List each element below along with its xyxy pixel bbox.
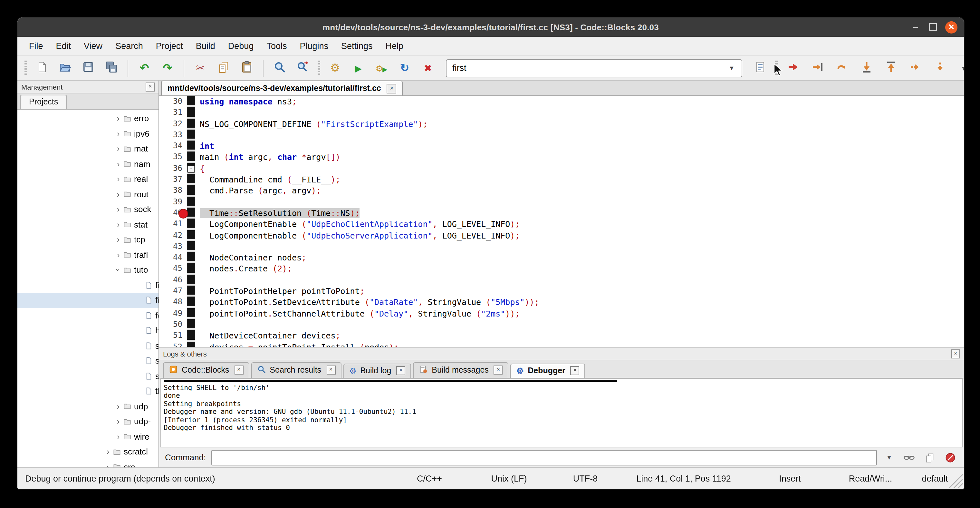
tree-item-wire[interactable]: ›wire [18, 429, 159, 444]
tree-item-rout[interactable]: ›rout [18, 186, 159, 202]
breakpoint-margin[interactable] [187, 140, 195, 152]
logs-tab-build-log[interactable]: ⚙Build log× [343, 364, 411, 378]
logs-tab-close-icon[interactable]: × [396, 366, 405, 375]
redo-button[interactable]: ↷ [156, 59, 179, 77]
menu-file[interactable]: File [22, 39, 49, 54]
rebuild-button[interactable]: ↻ [393, 59, 416, 77]
menu-plugins[interactable]: Plugins [293, 39, 335, 54]
logs-tab-close-icon[interactable]: × [326, 366, 336, 374]
breakpoint-margin[interactable] [187, 297, 195, 308]
minimize-button[interactable]: – [910, 22, 921, 32]
menu-build[interactable]: Build [189, 39, 222, 54]
management-close-icon[interactable]: × [146, 82, 154, 91]
breakpoint-margin[interactable] [187, 308, 195, 319]
tree-item-nam[interactable]: ›nam [18, 156, 159, 172]
breakpoint-margin[interactable] [187, 330, 195, 341]
tree-item-erro[interactable]: ›erro [18, 111, 159, 126]
tree-item-stat[interactable]: ›stat [18, 217, 159, 232]
tree-item-se[interactable]: se [18, 338, 159, 353]
chevron-right-icon[interactable]: › [114, 159, 123, 169]
breakpoint-marker[interactable] [178, 209, 188, 218]
breakpoint-margin[interactable] [187, 252, 195, 263]
logs-tab-code-blocks[interactable]: Code::Blocks× [163, 362, 249, 378]
logs-tab-close-icon[interactable]: × [571, 366, 579, 375]
logs-tab-search-results[interactable]: Search results× [251, 362, 341, 378]
command-dropdown-chevron-icon[interactable]: ▾ [882, 450, 896, 465]
tree-item-se[interactable]: se [18, 353, 159, 368]
tree-item-udp[interactable]: ›udp [18, 399, 159, 414]
chevron-down-icon[interactable]: › [113, 266, 123, 274]
step-out-button[interactable] [879, 59, 903, 77]
chevron-right-icon[interactable]: › [114, 144, 123, 154]
script-button[interactable] [749, 59, 772, 77]
tree-item-fif[interactable]: fif [18, 277, 159, 293]
toolbar-search-combo[interactable]: first▾ [446, 59, 742, 77]
stop-debugger-icon[interactable] [943, 450, 958, 465]
chevron-right-icon[interactable]: › [114, 114, 123, 123]
breakpoint-margin[interactable] [187, 152, 195, 163]
code-editor[interactable]: 30using namespace ns3;3132NS_LOG_COMPONE… [159, 96, 964, 347]
breakpoint-margin[interactable] [187, 118, 195, 130]
toolbar-overflow-button[interactable]: ▾ [952, 59, 964, 77]
logs-tab-debugger[interactable]: ⚙Debugger× [511, 364, 585, 378]
tree-item-trafl[interactable]: ›trafl [18, 247, 159, 263]
breakpoint-margin[interactable] [187, 286, 195, 297]
tree-item-fir[interactable]: fir [18, 293, 159, 308]
abort-button[interactable]: ✖ [416, 59, 439, 77]
tree-item-scratcl[interactable]: ›scratcl [18, 444, 159, 459]
menu-tools[interactable]: Tools [260, 39, 293, 54]
menu-view[interactable]: View [77, 39, 109, 54]
run-button[interactable]: ▶ [347, 59, 370, 77]
logs-tab-close-icon[interactable]: × [494, 366, 503, 374]
tree-item-he[interactable]: he [18, 323, 159, 338]
build-and-run-button[interactable]: ⚙▶ [370, 59, 393, 77]
logs-close-icon[interactable]: × [951, 349, 960, 358]
run-to-cursor-button[interactable] [805, 59, 830, 77]
undo-button[interactable]: ↶ [133, 59, 156, 77]
link-icon[interactable] [901, 450, 917, 465]
chevron-right-icon[interactable]: › [114, 190, 123, 199]
maximize-button[interactable] [929, 23, 937, 31]
chevron-right-icon[interactable]: › [114, 432, 123, 442]
open-file-button[interactable] [54, 59, 77, 77]
breakpoint-margin[interactable] [187, 341, 195, 347]
close-button[interactable]: ✕ [945, 21, 958, 33]
breakpoint-margin[interactable] [187, 275, 195, 286]
breakpoint-margin[interactable] [187, 185, 195, 197]
menu-edit[interactable]: Edit [49, 39, 78, 54]
debugger-log[interactable]: Setting SHELL to '/bin/sh'doneSetting br… [161, 378, 963, 447]
command-input[interactable] [211, 450, 877, 465]
breakpoint-margin[interactable] [187, 241, 195, 252]
chevron-right-icon[interactable]: › [114, 417, 123, 427]
menu-debug[interactable]: Debug [222, 39, 260, 54]
chevron-right-icon[interactable]: › [114, 220, 123, 229]
next-line-button[interactable] [830, 59, 854, 77]
tree-item-six[interactable]: six [18, 368, 159, 384]
chevron-down-icon[interactable]: ▾ [727, 64, 736, 72]
menu-help[interactable]: Help [379, 39, 410, 54]
fold-marker-icon[interactable]: - [188, 166, 194, 173]
save-all-button[interactable] [100, 59, 123, 77]
chevron-right-icon[interactable]: › [114, 401, 123, 411]
breakpoint-margin[interactable] [187, 263, 195, 275]
menu-settings[interactable]: Settings [335, 39, 379, 54]
breakpoint-margin[interactable] [187, 208, 195, 219]
paste-button[interactable] [235, 59, 258, 77]
build-button[interactable]: ⚙ [323, 59, 347, 77]
chevron-right-icon[interactable]: › [104, 462, 112, 468]
chevron-right-icon[interactable]: › [114, 205, 123, 214]
title-bar[interactable]: mnt/dev/tools/source/ns-3-dev/examples/t… [18, 18, 964, 37]
tree-item-tcp[interactable]: ›tcp [18, 232, 159, 247]
chevron-right-icon[interactable]: › [114, 129, 123, 139]
step-into-instruction-button[interactable] [928, 59, 952, 77]
breakpoint-margin[interactable] [187, 319, 195, 330]
logs-tab-build-messages[interactable]: Build messages× [413, 362, 509, 378]
new-file-button[interactable] [30, 59, 54, 77]
tree-item-th[interactable]: th [18, 384, 159, 399]
tree-item-src[interactable]: ›src [18, 459, 159, 467]
chevron-right-icon[interactable]: › [114, 174, 123, 184]
breakpoint-margin[interactable]: - [187, 163, 195, 174]
editor-tab-close-icon[interactable]: × [387, 83, 396, 93]
tab-projects[interactable]: Projects [20, 95, 67, 109]
step-into-button[interactable] [854, 59, 879, 77]
